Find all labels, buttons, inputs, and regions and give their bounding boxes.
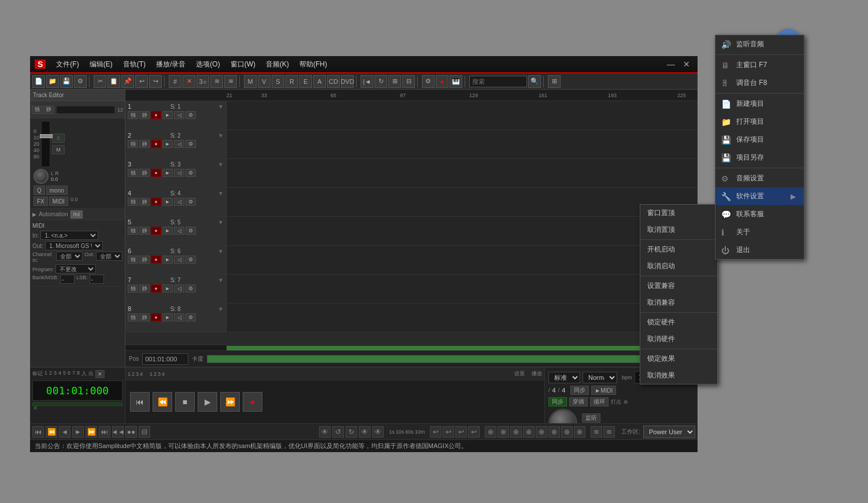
search-input[interactable]: [469, 76, 527, 87]
track7-prev[interactable]: ◁: [174, 284, 184, 293]
menu-window[interactable]: 窗口(W): [226, 58, 260, 71]
tb-loop[interactable]: ↻: [374, 75, 387, 88]
tb-paste[interactable]: 📌: [121, 75, 134, 88]
tb-misc2[interactable]: ⊟: [402, 75, 415, 88]
close-button[interactable]: ✕: [680, 58, 693, 71]
tb-undo[interactable]: ↩: [135, 75, 148, 88]
track8-play[interactable]: ►: [162, 313, 173, 321]
view-icon-1[interactable]: 👁: [319, 426, 331, 438]
piano-tab-2[interactable]: 2: [49, 370, 52, 378]
loop-icon-3[interactable]: ↩: [455, 426, 467, 438]
monitor-btn[interactable]: 监听: [582, 413, 600, 423]
btn-stop[interactable]: ■: [175, 392, 195, 412]
rp-save-project[interactable]: 💾 保存项目: [715, 131, 804, 149]
ch-out-select[interactable]: 全部: [96, 252, 123, 261]
bank-input[interactable]: [60, 275, 75, 284]
master-solo-btn[interactable]: 独: [32, 106, 42, 114]
track7-mute[interactable]: 静: [139, 284, 150, 293]
track6-solo[interactable]: 独: [128, 256, 138, 264]
bc-icon-prev[interactable]: ◄◄: [112, 426, 124, 438]
bc-icon-6[interactable]: ⏭: [99, 426, 110, 438]
track7-play[interactable]: ►: [162, 284, 173, 293]
tb-cd[interactable]: CD: [327, 75, 340, 88]
midi-in-select[interactable]: 1. <n.a.>: [40, 231, 98, 240]
wave-icon-2[interactable]: ≋: [603, 426, 615, 438]
rp-audio-settings[interactable]: ⚙ 音频设置: [715, 169, 804, 187]
pan-knob[interactable]: [34, 169, 49, 184]
tb-waves[interactable]: ≋: [210, 75, 223, 88]
ch-in-select[interactable]: 全部: [56, 252, 83, 261]
track3-settings[interactable]: ⚙: [186, 169, 196, 177]
track4-rec[interactable]: ●: [151, 198, 161, 206]
tp-num-4b[interactable]: 4: [162, 371, 165, 377]
piano-tab-out[interactable]: 出: [88, 370, 94, 378]
tb-piano[interactable]: 🎹: [450, 75, 462, 88]
rp-about[interactable]: ℹ 关于: [715, 223, 804, 241]
piano-tab-4[interactable]: 4: [58, 370, 61, 378]
track8-prev[interactable]: ◁: [174, 313, 184, 321]
track7-settings[interactable]: ⚙: [186, 284, 196, 293]
ctx-cancel-fx[interactable]: 取消效果: [640, 367, 717, 384]
track5-rec[interactable]: ●: [151, 227, 161, 235]
track-expand-6[interactable]: ▼: [218, 248, 224, 254]
rp-new-project[interactable]: 📄 新建项目: [715, 95, 804, 113]
track4-prev[interactable]: ◁: [174, 198, 184, 206]
track2-settings[interactable]: ⚙: [186, 140, 196, 148]
track1-prev[interactable]: ◁: [174, 111, 184, 119]
track7-solo[interactable]: 独: [128, 284, 138, 293]
workspace-select[interactable]: Power User: [643, 426, 695, 438]
bc-icon-misc[interactable]: ⊟: [139, 426, 150, 438]
lsb-input[interactable]: [90, 275, 104, 284]
mode-select[interactable]: 标准: [548, 372, 580, 383]
track4-mute[interactable]: 静: [139, 198, 150, 206]
tb-grid2[interactable]: ⊞: [548, 75, 561, 88]
view-icon-5[interactable]: 👁: [372, 426, 384, 438]
track-expand-4[interactable]: ▼: [218, 190, 224, 197]
q-btn[interactable]: Q: [34, 186, 45, 195]
loop-btn[interactable]: 循环: [590, 397, 609, 406]
rp-monitor-audio[interactable]: 🔊 监听音频: [715, 35, 804, 53]
extra-icon-5[interactable]: ⊕: [536, 426, 547, 438]
extra-icon-6[interactable]: ⊕: [548, 426, 560, 438]
normal-select[interactable]: Normal: [583, 372, 617, 383]
tb-save[interactable]: 💾: [60, 75, 73, 88]
track3-rec[interactable]: ●: [151, 169, 161, 177]
tp-num-2a[interactable]: 2: [132, 371, 135, 377]
track1-settings[interactable]: ⚙: [186, 111, 196, 119]
view-icon-3[interactable]: ↻: [346, 426, 357, 438]
piano-tab-5[interactable]: 5: [63, 370, 66, 378]
track5-solo[interactable]: 独: [128, 227, 138, 235]
track-expand-2[interactable]: ▼: [218, 132, 224, 139]
tb-r[interactable]: R: [285, 75, 298, 88]
track3-solo[interactable]: 独: [128, 169, 138, 177]
tp-num-4a[interactable]: 4: [140, 371, 143, 377]
track1-play[interactable]: ►: [162, 111, 173, 119]
prog-select[interactable]: 不更改: [55, 264, 96, 273]
tb-rec-dot[interactable]: ●: [436, 75, 448, 88]
tb-s[interactable]: S: [272, 75, 284, 88]
track3-prev[interactable]: ◁: [174, 169, 184, 177]
tb-settings[interactable]: ⚙: [74, 75, 87, 88]
rp-mixer[interactable]: 🎚 调音台 F8: [715, 74, 804, 92]
master-fader[interactable]: [56, 106, 115, 114]
pos-input[interactable]: [142, 353, 188, 365]
ctx-lock-hw[interactable]: 锁定硬件: [640, 314, 717, 331]
channel-fader[interactable]: [41, 121, 50, 167]
extra-icon-8[interactable]: ⊕: [574, 426, 585, 438]
bc-icon-1[interactable]: ⏮: [32, 426, 44, 438]
rp-contact-support[interactable]: 💬 联系客服: [715, 205, 804, 223]
ctx-cancel-top[interactable]: 取消置顶: [640, 221, 717, 238]
extra-icon-2[interactable]: ⊕: [498, 426, 509, 438]
search-button[interactable]: 🔍: [528, 75, 541, 88]
tp-num-3b[interactable]: 3: [158, 371, 161, 377]
track6-mute[interactable]: 静: [139, 256, 150, 264]
tp-num-1b[interactable]: 1: [150, 371, 153, 377]
midi-out-select[interactable]: 1. Microsoft GS Wa...: [45, 241, 103, 250]
track-expand-3[interactable]: ▼: [218, 161, 224, 168]
btn-rewind-start[interactable]: ⏮: [130, 392, 150, 412]
ctx-cancel-compat[interactable]: 取消兼容: [640, 294, 717, 311]
piano-tab-6[interactable]: 6: [68, 370, 71, 378]
rp-main-window[interactable]: 🖥 主窗口 F7: [715, 56, 804, 74]
tb-new[interactable]: 📄: [32, 75, 45, 88]
bc-icon-3[interactable]: ◄: [59, 426, 71, 438]
